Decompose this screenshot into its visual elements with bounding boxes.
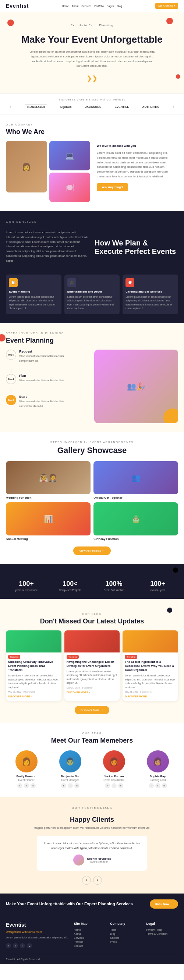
team-ig-icon-2[interactable]: in — [118, 783, 123, 788]
footer-social: f t in ▶ — [6, 943, 70, 948]
nav-cta-button[interactable]: Ask Anything ▾ — [155, 3, 178, 9]
blog-card-2: Trending The Secret Ingredient to a Succ… — [122, 630, 178, 701]
who-cta-button[interactable]: Ask Anything ▾ — [97, 183, 128, 191]
team-name-2: Jackin Farnan — [94, 775, 134, 778]
step-2-num: Step 2 — [6, 374, 16, 384]
testimonial-prev-arrow[interactable]: ‹ — [82, 876, 91, 885]
footer-link-home[interactable]: Home — [74, 929, 106, 931]
team-title: Meet Our Team Memebers — [6, 737, 178, 745]
gallery-img-annual: 📊 — [6, 502, 90, 535]
blog-discover-2[interactable]: DISCOVER MORE › — [122, 695, 178, 701]
team-member-3: 👩 Sophie Ray Catering Lead f t in — [137, 750, 178, 788]
footer-brand-col: Eventist Unforgettable with Our Services… — [6, 922, 70, 949]
footer-link-portfolio[interactable]: Portfolio — [74, 940, 106, 943]
team-fb-icon-1[interactable]: f — [61, 783, 66, 788]
footer-link-press[interactable]: Press — [110, 940, 142, 943]
team-ig-icon-3[interactable]: in — [162, 783, 167, 788]
brand-jacksons: JACKSONS — [85, 105, 101, 108]
gallery-item-1: 👥 Official Get Together — [94, 461, 178, 500]
team-tw-icon-1[interactable]: t — [68, 783, 73, 788]
brands-prev-arrow[interactable]: ‹ — [10, 104, 11, 110]
team-member-1: 👨 Benjamin Sol Event Manager f t in — [50, 750, 90, 788]
team-ig-icon-0[interactable]: in — [30, 783, 36, 788]
team-role-3: Catering Lead — [137, 779, 178, 781]
who-right-content: We love to discuss with you Lorem ipsum … — [94, 141, 178, 194]
blog-discover-1[interactable]: DISCOVER MORE › — [64, 691, 120, 697]
footer-link-careers[interactable]: Careers — [110, 937, 142, 939]
team-role-2: Event Coordinator — [94, 779, 134, 781]
brands-bar: Branded services are used with our servi… — [0, 94, 184, 115]
footer-ig-icon[interactable]: in — [20, 943, 25, 948]
brands-next-arrow[interactable]: › — [173, 104, 174, 110]
footer-desc: Lorem ipsum dolor sit amet consectetur a… — [6, 935, 70, 940]
footer-link-blog[interactable]: Blog — [110, 932, 142, 935]
hero-red-dot-right — [167, 18, 173, 24]
nav-portfolio[interactable]: Portfolio — [94, 5, 104, 7]
footer-tw-icon[interactable]: t — [13, 943, 18, 948]
cta-banner: Make Your Event Unforgettable with Our E… — [0, 894, 184, 915]
team-tw-icon-2[interactable]: t — [111, 783, 117, 788]
blog-discover-0[interactable]: DISCOVER MORE › — [6, 695, 62, 701]
service-icon-1: 🎥 — [67, 278, 76, 287]
footer-sitemap-title: Site Map — [74, 922, 106, 926]
service-icon-0: 📋 — [9, 278, 17, 287]
team-ig-icon-1[interactable]: in — [75, 783, 79, 788]
blog-card-title-0: Unlocking Creativity: Innovative Event P… — [6, 660, 62, 674]
service-card-2: 🍽️ Catering and Bar Services Lorem ipsum… — [122, 275, 178, 314]
blog-img-2 — [122, 630, 178, 652]
stat-3: 100+ events / year — [137, 580, 178, 591]
blog-title: Don't Missed Our Latest Updates — [6, 617, 178, 625]
team-label: Our Team — [6, 732, 178, 735]
team-member-0: 👩 Emily Dawson Event Planner f t in — [6, 750, 47, 788]
nav-blog[interactable]: Blog — [117, 5, 122, 7]
blog-grid: Trending Unlocking Creativity: Innovativ… — [6, 630, 178, 701]
footer-link-team[interactable]: Team — [110, 929, 142, 931]
footer-fb-icon[interactable]: f — [6, 943, 11, 948]
cta-book-button[interactable]: Book Now → — [150, 899, 178, 908]
testimonial-label: Our Testimonials — [6, 806, 178, 811]
nav-home[interactable]: Home — [62, 5, 69, 7]
stat-2: 100% Client Satisfaction — [94, 580, 134, 591]
footer-link-services[interactable]: Services — [74, 937, 106, 939]
who-we-are-section: Our Company Who We Are 👩 💻 🍽️ — [0, 115, 184, 211]
how-we-plan-section: Our Services Lorem ipsum dolor sit amet … — [0, 211, 184, 323]
nav-services[interactable]: Services — [81, 5, 91, 7]
step-1-num: Step 1 — [6, 350, 16, 360]
footer-company-col: Company Team Blog Careers Press — [110, 922, 142, 949]
discover-more-button[interactable]: Discover More → — [75, 706, 109, 714]
testimonial-next-arrow[interactable]: › — [93, 876, 102, 885]
who-img-laptop: 💻 — [49, 141, 90, 170]
footer-link-privacy[interactable]: Privacy Policy — [146, 929, 178, 931]
how-title-col: How We Plan & Execute Perfect Events — [95, 239, 178, 261]
view-all-button[interactable]: View All Projects → — [73, 546, 110, 555]
stat-num-0: 100+ — [6, 580, 47, 588]
step-2-label: Plan — [19, 374, 63, 377]
team-tw-icon-3[interactable]: t — [155, 783, 160, 788]
planning-red-dot — [0, 334, 6, 342]
team-fb-icon-0[interactable]: f — [17, 783, 22, 788]
stats-section: 100+ years of experience 100< Completed … — [0, 573, 184, 599]
gallery-label: Steps Involved in Event Arrangements — [6, 441, 178, 444]
footer-link-terms[interactable]: Terms & Condition — [146, 932, 178, 935]
services-grid: 📋 Event Planning Lorem ipsum dolor sit a… — [6, 275, 178, 314]
team-fb-icon-3[interactable]: f — [149, 783, 154, 788]
nav-about[interactable]: About — [72, 5, 78, 7]
step-1-subdesc: semper diam dui — [19, 359, 63, 363]
team-avatar-0: 👩 — [16, 750, 38, 772]
team-fb-icon-2[interactable]: f — [105, 783, 110, 788]
nav-pages[interactable]: Pages — [107, 5, 114, 7]
testimonial-author-title: Event Manager — [87, 861, 111, 863]
event-planning-icon: 📋 — [11, 280, 16, 285]
team-tw-icon-0[interactable]: t — [24, 783, 29, 788]
footer-link-about[interactable]: About — [74, 932, 106, 935]
planning-title: Event Planning — [6, 337, 178, 344]
service-desc-2: Lorem ipsum dolor sit amet consectetur a… — [125, 295, 175, 310]
step-2-desc: Vitae venenatis facilisis facilisis faci… — [19, 379, 63, 383]
hero-scroll-arrow[interactable]: ❯❯ — [7, 74, 177, 83]
footer-yt-icon[interactable]: ▶ — [27, 943, 32, 948]
stat-num-3: 100+ — [137, 580, 178, 588]
nav-logo: Eventist — [6, 3, 29, 9]
footer-link-contact[interactable]: Contact — [74, 945, 106, 947]
step-2-plan: Step 2 Plan Vitae venenatis facilisis fa… — [6, 374, 90, 384]
brand-authentic: AUTHENTIC — [143, 105, 159, 108]
